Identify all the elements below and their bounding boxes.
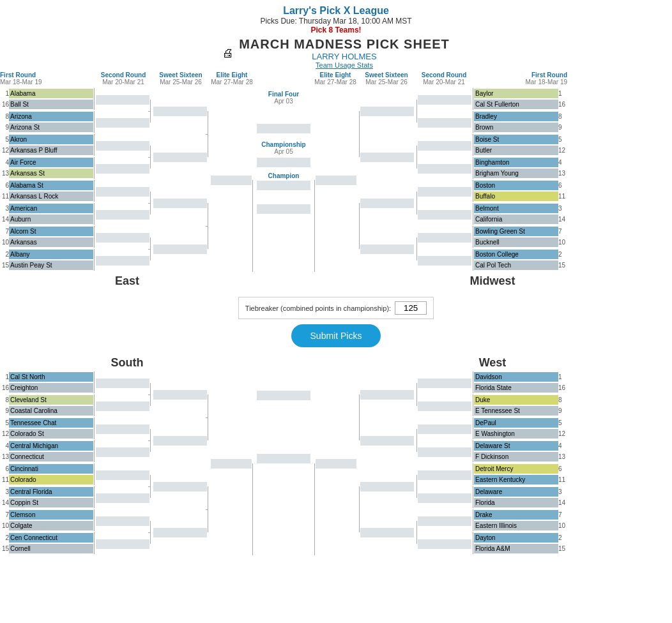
- bracket-main: 1Alabama16Ball St8Arizona9Arizona St5Akr…: [0, 88, 672, 568]
- tiebreaker-input[interactable]: [395, 301, 427, 315]
- team-name: Arkansas St: [9, 169, 93, 178]
- picks-col: [358, 180, 415, 272]
- pick-slot[interactable]: [96, 233, 149, 243]
- team-seed: 1: [558, 90, 567, 97]
- pick-slot[interactable]: [96, 210, 149, 220]
- pick-slot[interactable]: [153, 153, 207, 162]
- pick-slot[interactable]: [418, 164, 471, 174]
- team-name: Buffalo: [474, 191, 558, 201]
- champion-pick[interactable]: [257, 181, 310, 190]
- team-name: Alabama: [9, 89, 93, 98]
- pick-slot[interactable]: [96, 402, 149, 411]
- picks-col: [152, 463, 210, 555]
- pick-slot[interactable]: [360, 244, 414, 254]
- pick-slot[interactable]: [153, 390, 207, 400]
- team-row: 16Creighton: [0, 382, 94, 393]
- ff-pick-east[interactable]: [257, 124, 310, 133]
- team-seed: 5: [0, 136, 9, 143]
- team-row: 5Akron: [0, 134, 94, 145]
- pick-slot[interactable]: [153, 528, 207, 537]
- team-name: Bradley: [474, 112, 558, 121]
- pick-slot[interactable]: [418, 187, 471, 197]
- ff-pick-west[interactable]: [257, 454, 310, 463]
- team-name: Delaware: [474, 487, 558, 497]
- champ-pick[interactable]: [257, 158, 310, 167]
- team-pair: 3Central Florida14Coppin St: [0, 486, 95, 508]
- pick-slot[interactable]: [418, 424, 471, 434]
- team-name: Cen Connecticut: [9, 533, 93, 543]
- team-name: Duke: [474, 395, 558, 405]
- pick-slot[interactable]: [360, 528, 414, 537]
- pick-slot[interactable]: [96, 447, 149, 457]
- team-seed: 12: [0, 147, 9, 154]
- ff-pick-midwest[interactable]: [257, 204, 310, 214]
- pick-slot[interactable]: [360, 436, 414, 446]
- print-icon[interactable]: 🖨: [222, 47, 234, 60]
- r1-column: 6Cincinnati11Colorado3Central Florida14C…: [0, 463, 95, 554]
- team-name: DePaul: [474, 418, 558, 428]
- pick-slot[interactable]: [418, 493, 471, 503]
- pick-slot[interactable]: [96, 516, 149, 526]
- pick-slot[interactable]: [153, 436, 207, 446]
- team-row: 10Colgate: [0, 520, 94, 531]
- r1-column: 6Detroit Mercy11Eastern Kentucky3Delawar…: [473, 463, 567, 554]
- team-seed: 2: [0, 534, 9, 541]
- pick-slot[interactable]: [153, 199, 207, 208]
- pick-slot[interactable]: [418, 141, 471, 151]
- pick-slot[interactable]: [96, 256, 149, 266]
- team-name: Detroit Mercy: [474, 464, 558, 474]
- picks-col: [415, 463, 473, 555]
- pick-slot[interactable]: [418, 447, 471, 457]
- pick-slot[interactable]: [418, 95, 471, 105]
- pick-slot[interactable]: [418, 233, 471, 243]
- team-row: 4Air Force: [0, 157, 94, 168]
- team-seed: 10: [0, 522, 9, 529]
- pick-slot[interactable]: [153, 244, 207, 254]
- team-seed: 16: [558, 384, 567, 391]
- team-usage-link[interactable]: Team Usage Stats: [316, 61, 373, 69]
- pick-slot[interactable]: [96, 539, 149, 549]
- pick-slot[interactable]: [153, 107, 207, 116]
- pick-slot[interactable]: [360, 390, 414, 400]
- team-row: 11Colorado: [0, 474, 94, 485]
- team-name: Arkansas P Bluff: [9, 146, 93, 155]
- pick-slot[interactable]: [96, 141, 149, 151]
- team-name: Colorado St: [9, 429, 93, 439]
- pick-slot[interactable]: [96, 95, 149, 105]
- pick-slot[interactable]: [418, 402, 471, 411]
- pick-slot[interactable]: [360, 107, 414, 116]
- team-seed: 13: [0, 170, 9, 177]
- pick-slot[interactable]: [418, 379, 471, 388]
- pick-slot[interactable]: [96, 424, 149, 434]
- pick-slot[interactable]: [96, 493, 149, 503]
- picks-col: [210, 88, 254, 272]
- team-name: Auburn: [9, 214, 93, 224]
- team-seed: 9: [558, 124, 567, 131]
- pick-slot[interactable]: [418, 516, 471, 526]
- pick-slot[interactable]: [96, 379, 149, 388]
- pick-slot[interactable]: [418, 539, 471, 549]
- submit-button[interactable]: Submit Picks: [291, 324, 381, 347]
- team-row: 12Arkansas P Bluff: [0, 145, 94, 156]
- pick-slot[interactable]: [96, 470, 149, 480]
- pick-slot[interactable]: [316, 176, 356, 185]
- team-pair: 2Cen Connecticut15Cornell: [0, 532, 95, 554]
- pick-slot[interactable]: [153, 482, 207, 492]
- team-seed: 9: [0, 124, 9, 131]
- pick-slot[interactable]: [360, 199, 414, 208]
- pick-slot[interactable]: [211, 459, 252, 469]
- pick-slot[interactable]: [211, 176, 252, 185]
- pick-slot[interactable]: [360, 482, 414, 492]
- pick-slot[interactable]: [418, 256, 471, 266]
- pick-slot[interactable]: [418, 118, 471, 128]
- pick-slot[interactable]: [316, 459, 356, 469]
- pick-slot[interactable]: [96, 118, 149, 128]
- pick-slot[interactable]: [360, 153, 414, 162]
- ff-pick-south[interactable]: [257, 391, 310, 400]
- team-pair: 6Detroit Mercy11Eastern Kentucky: [473, 463, 567, 485]
- pick-slot[interactable]: [418, 470, 471, 480]
- pick-slot[interactable]: [96, 187, 149, 197]
- team-row: 14Coppin St: [0, 497, 94, 508]
- pick-slot[interactable]: [418, 210, 471, 220]
- pick-slot[interactable]: [96, 164, 149, 174]
